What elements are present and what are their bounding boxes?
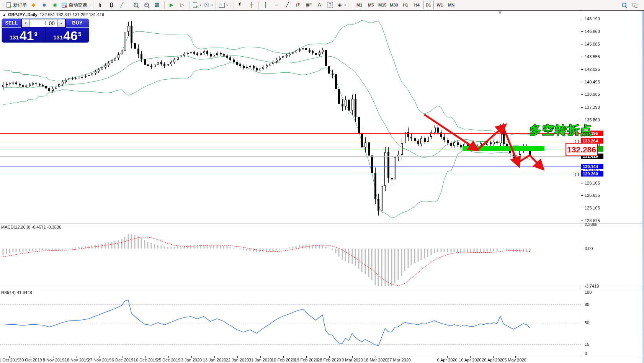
- line-chart-button[interactable]: ╱: [116, 1, 127, 9]
- brush-icon: ◆: [30, 2, 36, 8]
- timeframe-button-w1[interactable]: W1: [435, 1, 445, 9]
- sell-price-sup: 9: [34, 31, 38, 37]
- search-icon: [621, 2, 627, 8]
- trend-arrow[interactable]: [424, 114, 475, 148]
- turning-point-note[interactable]: 多空转折点: [530, 122, 593, 138]
- vertical-line-button[interactable]: │: [260, 1, 271, 9]
- cursor-button[interactable]: [235, 1, 246, 9]
- zoom-out-button[interactable]: −: [141, 1, 152, 9]
- price-tick-label: 146.660: [585, 29, 600, 34]
- price-level-line-129.260[interactable]: [0, 174, 581, 174]
- trend-arrow[interactable]: [530, 155, 541, 167]
- price-tag-132286[interactable]: 132.286: [566, 143, 598, 156]
- indicator-plus-icon: +: [192, 2, 198, 8]
- auto-scroll-icon: ▶: [168, 2, 175, 8]
- price-tick: [581, 69, 583, 70]
- search-button[interactable]: [619, 1, 629, 9]
- rsi-level-line: [0, 323, 581, 323]
- new-order-label: 新订单: [13, 2, 27, 8]
- price-tick: [581, 94, 583, 95]
- signals-button[interactable]: ◉: [49, 1, 60, 9]
- indicators-button[interactable]: +▾: [191, 1, 203, 9]
- price-level-label-130.144: 130.144: [581, 164, 603, 169]
- sell-button[interactable]: SELL: [2, 19, 21, 28]
- vertical-line-icon: │: [263, 2, 269, 8]
- separator: [93, 1, 93, 9]
- auto-trading-button[interactable]: 自动交易: [60, 1, 88, 9]
- horizontal-line-button[interactable]: ─: [271, 1, 282, 9]
- timeframe-button-mn[interactable]: MN: [446, 1, 457, 9]
- pane-separator[interactable]: [0, 287, 644, 289]
- tile-windows-button[interactable]: [152, 1, 163, 9]
- styler-button[interactable]: ◆: [28, 1, 39, 9]
- timeframe-button-m1[interactable]: M1: [354, 1, 365, 9]
- buy-price[interactable]: 131 46 5: [46, 28, 89, 43]
- label-button[interactable]: T: [325, 1, 335, 9]
- equidistant-channel-icon: ƒE: [295, 2, 301, 8]
- price-level-line-131.419[interactable]: [0, 156, 581, 157]
- candlestick-button[interactable]: [106, 1, 116, 9]
- date-label: 3 Jan 2020: [181, 358, 202, 362]
- symbol-name: GBPJPY-,Daily: [8, 12, 38, 17]
- price-tick-label: 142.025: [585, 67, 600, 72]
- chart-shift-button[interactable]: ▷: [177, 1, 188, 9]
- bar-chart-button[interactable]: [95, 1, 106, 9]
- separator: [189, 1, 190, 9]
- price-level-line-134.195[interactable]: [0, 133, 581, 134]
- macd-scale-label: 2.3888: [585, 222, 598, 227]
- date-label: 9 Mar 2020: [342, 358, 363, 362]
- crosshair-button[interactable]: ┼: [246, 1, 257, 9]
- separator: [352, 1, 352, 9]
- volume-decrease-button[interactable]: ▼: [22, 19, 29, 27]
- sell-price-big: 41: [20, 29, 34, 42]
- rsi-level-line: [0, 304, 581, 305]
- date-label: 25 Dec 2019: [157, 358, 180, 362]
- line-anchor-handle[interactable]: [575, 173, 579, 176]
- auto-scroll-button[interactable]: ▶: [166, 1, 177, 9]
- periods-button[interactable]: ▾: [203, 1, 214, 9]
- chevron-down-icon: ▾: [226, 3, 228, 7]
- timeframe-button-h4[interactable]: H4: [412, 1, 422, 9]
- community-button[interactable]: ☻: [39, 1, 49, 9]
- price-tick-label: 143.555: [585, 54, 600, 59]
- support-zone-rectangle[interactable]: [463, 146, 544, 151]
- price-level-line-133.264[interactable]: [0, 141, 581, 141]
- channel-button[interactable]: ƒE: [293, 1, 303, 9]
- timeframe-button-d1[interactable]: D1: [423, 1, 434, 9]
- new-order-icon: +: [6, 2, 12, 8]
- zoom-in-button[interactable]: +: [131, 1, 141, 9]
- price-level-label-129.260: 129.260: [581, 171, 603, 177]
- shapes-button[interactable]: ◈▾: [335, 1, 347, 9]
- timeframe-button-m30[interactable]: M30: [389, 1, 399, 9]
- volume-increase-button[interactable]: ▲: [57, 19, 65, 27]
- date-label: 28 Feb 2020: [317, 358, 341, 362]
- text-button[interactable]: A: [314, 1, 325, 9]
- fibonacci-icon: ▦F: [306, 2, 312, 8]
- cursor-icon: [238, 2, 244, 8]
- date-label: 19 Feb 2020: [294, 358, 318, 362]
- buy-button[interactable]: BUY: [66, 19, 89, 28]
- chat-button[interactable]: [629, 1, 640, 9]
- chart-shift-marker: [498, 11, 502, 14]
- price-tick-label: 148.190: [585, 16, 600, 21]
- rsi-label: RSI(14) 41.3448: [1, 290, 32, 295]
- price-tick-label: 138.965: [585, 92, 600, 96]
- timeframe-button-h1[interactable]: H1: [400, 1, 411, 9]
- macd-scale-label: 0.00: [585, 246, 593, 251]
- price-tick: [581, 107, 583, 108]
- chart-title: ▲ GBPJPY-,Daily 132.651 132.847 131.292 …: [3, 12, 104, 17]
- trendline-button[interactable]: ╱: [282, 1, 293, 9]
- timeframe-button-m15[interactable]: M15: [377, 1, 388, 9]
- fibonacci-button[interactable]: ▦F: [303, 1, 314, 9]
- rsi-scale-label: 0: [585, 351, 587, 356]
- sell-price[interactable]: 131 41 9: [2, 28, 46, 43]
- price-tick-label: 135.860: [585, 118, 600, 122]
- price-level-line-130.144[interactable]: [0, 167, 581, 167]
- text-label-icon: T: [327, 2, 333, 8]
- pane-separator[interactable]: [0, 222, 644, 224]
- timeframe-button-m5[interactable]: M5: [366, 1, 376, 9]
- templates-button[interactable]: ▾: [217, 1, 229, 9]
- volume-input[interactable]: 1.00: [29, 19, 57, 27]
- new-order-button[interactable]: + 新订单: [5, 1, 28, 9]
- chat-icon: [632, 2, 638, 8]
